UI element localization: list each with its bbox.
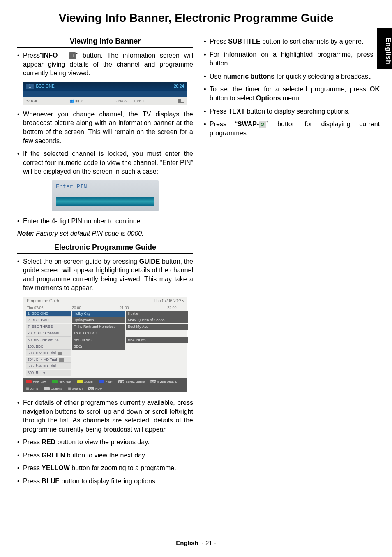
text: button to view the previous day.: [55, 439, 149, 446]
epg-programme: Mary, Queen of Shops: [126, 317, 188, 323]
bold: BLUE: [42, 478, 60, 485]
text: For information on a highlighted program…: [210, 51, 378, 58]
info-banner-list-3: Enter the 4-digit PIN number to continue…: [17, 217, 193, 226]
info-banner-mid: [23, 91, 187, 97]
bold: YELLOW: [42, 464, 69, 471]
text: button to display searching options.: [245, 108, 350, 115]
legend-next: Next day: [52, 380, 72, 383]
list-item: Press SUBTITLE button to sort channels b…: [204, 37, 380, 46]
epg-programme: [72, 350, 125, 356]
epg-screenshot: Programme Guide Thu 07/06 20:25 Thu 07/0…: [23, 297, 187, 392]
bold: GUIDE: [139, 258, 160, 265]
right-icon: ▇▂: [178, 99, 184, 103]
epg-programme: Filthy Rich and Homeless: [72, 324, 125, 330]
tags: CH4:SDVB-T: [116, 99, 145, 103]
epg-legend: Prev day Next day Zoom Filter 0..9Select…: [23, 378, 187, 392]
info-banner-list: Press“INFO - i+” button. The information…: [17, 51, 193, 78]
epg-row: 70. CBBC ChannelThis is CBBC!: [26, 330, 184, 337]
epg-time: 20:00: [72, 306, 120, 310]
legend-jump: ▦ Jump: [26, 387, 38, 390]
text: button to view the next day.: [65, 452, 146, 459]
text: To set the timer for a selected programm…: [210, 86, 370, 93]
legend-search: ▦ Search: [68, 387, 83, 390]
text: Press “: [210, 121, 238, 128]
legend-select-genre: 0..9Select Genre: [118, 380, 145, 383]
page-title: Viewing Info Banner, Electronic Programm…: [0, 0, 392, 29]
hd-icon: [59, 358, 64, 362]
text: Press: [210, 108, 228, 115]
list-item: Press RED button to view the previous da…: [17, 438, 193, 447]
epg-channel: 105. BBCi: [26, 343, 71, 350]
tag: DVB-T: [134, 99, 145, 103]
channel-block: 1BBC ONE: [26, 84, 55, 88]
epg-channel: 504. Ch4 HD Trial: [26, 357, 71, 363]
mid-icons: 👥 ▮▮ ⎚: [70, 99, 83, 103]
epg-channel: 503. ITV HD Trial: [26, 350, 71, 356]
enter-pin-screenshot: Enter PIN: [52, 180, 159, 211]
epg-programme: Holby City: [72, 311, 125, 317]
epg-programme: BBC News: [72, 337, 125, 343]
epg-programme: This is CBBC!: [72, 330, 125, 337]
bold: SUBTITLE: [228, 38, 260, 45]
epg-channel: 2. BBC TWO: [26, 317, 71, 323]
list-item: If the selected channel is locked, you m…: [17, 149, 193, 176]
epg-channel: 70. CBBC Channel: [26, 330, 71, 337]
epg-row: 504. Ch4 HD Trial: [26, 357, 184, 363]
note-body: Factory set default PIN code is 0000.: [36, 230, 143, 237]
tag: CH4:S: [116, 99, 127, 103]
epg-programme: [126, 350, 188, 356]
epg-programme: BBC News: [126, 337, 188, 343]
hd-icon: [58, 352, 62, 355]
epg-row: 505. five HD Trial: [26, 363, 184, 369]
epg-row: 1. BBC ONEHolby CityHustle: [26, 311, 184, 317]
list-item: Press TEXT button to display searching o…: [204, 107, 380, 116]
epg-programme: [126, 370, 188, 376]
list-item: Press “SWAP-” button for displaying curr…: [204, 120, 380, 137]
epg-programme: [126, 343, 188, 350]
epg-channel: 1. BBC ONE: [26, 311, 71, 317]
right-column: Press SUBTITLE button to sort channels b…: [204, 37, 380, 490]
epg-programme: [126, 357, 188, 363]
section-heading-info-banner: Viewing Info Banner: [17, 37, 193, 48]
left-icons: ⟲ ▶◀: [26, 99, 37, 103]
list-item: For details of other programmes currentl…: [17, 398, 193, 434]
list-item: Select the on-screen guide by pressing G…: [17, 257, 193, 292]
legend-zoom: Zoom: [77, 380, 92, 383]
pin-field: [56, 197, 154, 206]
epg-channel: 80. BBC NEWS 24: [26, 337, 71, 343]
note-label: Note:: [17, 230, 34, 237]
info-banner-bottom: ⟲ ▶◀ 👥 ▮▮ ⎚ CH4:SDVB-T ▇▂: [23, 97, 187, 105]
info-banner-list-2: Whenever you change channel, the TV disp…: [17, 110, 193, 176]
epg-day: Thu 07/06: [27, 306, 72, 310]
epg-row: 80. BBC NEWS 24BBC NewsBBC News: [26, 337, 184, 343]
list-item: Press GREEN button to view the next day.: [17, 451, 193, 460]
text: for quickly selecting a broadcast.: [274, 73, 372, 80]
epg-time: 22:00: [167, 306, 184, 310]
page-footer: English - 21 -: [0, 539, 392, 546]
text: button.: [210, 60, 230, 67]
left-column: Viewing Info Banner Press“INFO - i+” but…: [17, 37, 193, 490]
text: button for zooming to a programme.: [70, 464, 176, 471]
bold: i: [378, 51, 380, 58]
text: Use: [210, 73, 223, 80]
epg-time: 21:00: [120, 306, 167, 310]
list-item: Enter the 4-digit PIN number to continue…: [17, 217, 193, 226]
epg-row: 7. BBC THREEFilthy Rich and HomelessBust…: [26, 324, 184, 330]
epg-programme: [72, 363, 125, 369]
epg-programme: Hustle: [126, 311, 188, 317]
epg-header: Programme Guide Thu 07/06 20:25: [23, 297, 187, 305]
section-heading-epg: Electronic Programme Guide: [17, 243, 193, 254]
list-item: Press YELLOW button for zooming to a pro…: [17, 464, 193, 473]
list-item: To set the timer for a selected programm…: [204, 85, 380, 102]
epg-row: 503. ITV HD Trial: [26, 350, 184, 356]
text: Select the on-screen guide by pressing: [23, 258, 139, 265]
epg-date: Thu 07/06 20:25: [154, 299, 184, 303]
epg-programme: [126, 363, 188, 369]
text: button to sort channels by a genre.: [261, 38, 364, 45]
info-banner-top: 1BBC ONE 20:24: [23, 82, 187, 91]
content-columns: Viewing Info Banner Press“INFO - i+” but…: [0, 29, 392, 490]
pin-divider: [56, 193, 154, 193]
pin-title: Enter PIN: [56, 183, 154, 190]
legend-now: OKNow: [88, 387, 102, 390]
bold: RED: [42, 439, 55, 446]
